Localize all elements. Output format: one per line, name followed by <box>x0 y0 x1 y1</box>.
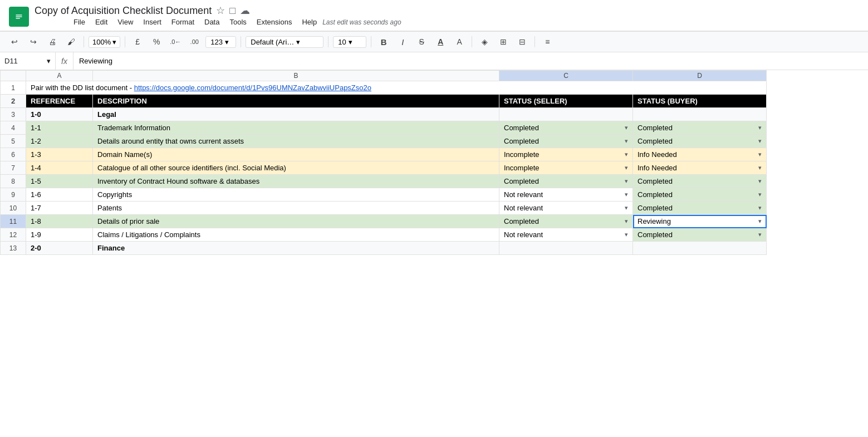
cell-buyer-3 <box>633 108 767 121</box>
cell-desc-5[interactable]: Details around entity that owns current … <box>93 135 499 148</box>
cell-ref-4[interactable]: 1-1 <box>26 121 93 135</box>
cell-seller-4[interactable]: Completed▾ <box>499 121 633 135</box>
percent-button[interactable]: % <box>149 34 164 50</box>
star-icon[interactable]: ☆ <box>216 4 225 17</box>
cell-desc-6[interactable]: Domain Name(s) <box>93 148 499 161</box>
sheet-container[interactable]: A B C D 1 Pair with the DD list document… <box>0 70 868 429</box>
cell-desc-header[interactable]: DESCRIPTION <box>93 95 499 108</box>
cell-seller-10[interactable]: Not relevant▾ <box>499 202 633 215</box>
cell-buyer-10[interactable]: Completed▾ <box>633 202 767 215</box>
menu-tools[interactable]: Tools <box>225 17 251 27</box>
cell-buyer-8[interactable]: Completed▾ <box>633 175 767 188</box>
cell-ref-13[interactable]: 2-0 <box>26 242 93 255</box>
cell-buyer-5[interactable]: Completed▾ <box>633 135 767 148</box>
font-size-select[interactable]: 10 ▾ <box>333 36 366 48</box>
cell-desc-11[interactable]: Details of prior sale <box>93 215 499 228</box>
cell-seller-6[interactable]: Incomplete▾ <box>499 148 633 161</box>
cell-ref-8[interactable]: 1-5 <box>26 175 93 188</box>
col-header-c[interactable]: C <box>499 71 633 81</box>
cell-reference-box[interactable]: D11 ▾ <box>0 52 56 70</box>
strikethrough-button[interactable]: S <box>414 34 429 50</box>
cell-desc-4[interactable]: Trademark Information <box>93 121 499 135</box>
menu-extensions[interactable]: Extensions <box>252 17 297 27</box>
row-num-8: 8 <box>1 175 26 188</box>
italic-button[interactable]: I <box>395 34 410 50</box>
row-5: 51-2Details around entity that owns curr… <box>1 135 767 148</box>
font-arrow-icon: ▾ <box>296 38 300 46</box>
menu-insert[interactable]: Insert <box>139 17 166 27</box>
formula-bar: D11 ▾ fx Reviewing <box>0 52 868 70</box>
underline-button[interactable]: A <box>433 34 448 50</box>
cell-status-seller-header[interactable]: STATUS (SELLER) <box>499 95 633 108</box>
cell-ref-10[interactable]: 1-7 <box>26 202 93 215</box>
cell-desc-10[interactable]: Patents <box>93 202 499 215</box>
cell-desc-7[interactable]: Catalogue of all other source identifier… <box>93 161 499 175</box>
svg-rect-1 <box>16 14 22 15</box>
number-format-select[interactable]: 123 ▾ <box>205 36 236 48</box>
cell-desc-13[interactable]: Finance <box>93 242 499 255</box>
fx-label: fx <box>61 57 67 66</box>
cell-buyer-11[interactable]: Reviewing▾ <box>633 215 767 228</box>
menu-format[interactable]: Format <box>167 17 199 27</box>
menu-help[interactable]: Help <box>297 17 321 27</box>
redo-button[interactable]: ↪ <box>26 34 41 50</box>
cell-ref-6[interactable]: 1-3 <box>26 148 93 161</box>
row-3: 31-0Legal <box>1 108 767 121</box>
cell-buyer-6[interactable]: Info Needed▾ <box>633 148 767 161</box>
borders-button[interactable]: ⊞ <box>496 34 511 50</box>
row-num-12: 12 <box>1 228 26 242</box>
cell-ref-7[interactable]: 1-4 <box>26 161 93 175</box>
cloud-icon[interactable]: ☁ <box>240 4 250 17</box>
cell-desc-3[interactable]: Legal <box>93 108 499 121</box>
cell-buyer-7[interactable]: Info Needed▾ <box>633 161 767 175</box>
cell-a1[interactable]: Pair with the DD list document - https:/… <box>26 81 767 95</box>
cell-ref-3[interactable]: 1-0 <box>26 108 93 121</box>
pound-button[interactable]: £ <box>130 34 145 50</box>
print-button[interactable]: 🖨 <box>45 34 60 50</box>
text-color-button[interactable]: A <box>452 34 467 50</box>
cell-desc-9[interactable]: Copyrights <box>93 188 499 202</box>
cell-seller-7[interactable]: Incomplete▾ <box>499 161 633 175</box>
cell-ref-header[interactable]: REFERENCE <box>26 95 93 108</box>
folder-icon[interactable]: □ <box>229 5 236 17</box>
cell-status-buyer-header[interactable]: STATUS (BUYER) <box>633 95 767 108</box>
cell-seller-12[interactable]: Not relevant▾ <box>499 228 633 242</box>
menu-edit[interactable]: Edit <box>91 17 112 27</box>
cell-desc-12[interactable]: Claims / Litigations / Complaints <box>93 228 499 242</box>
cell-ref-5[interactable]: 1-2 <box>26 135 93 148</box>
menu-data[interactable]: Data <box>200 17 224 27</box>
cell-seller-5[interactable]: Completed▾ <box>499 135 633 148</box>
merge-cells-button[interactable]: ⊟ <box>514 34 530 50</box>
last-edit-label: Last edit was seconds ago <box>322 18 401 26</box>
cell-buyer-9[interactable]: Completed▾ <box>633 188 767 202</box>
font-select[interactable]: Default (Ari… ▾ <box>246 36 323 48</box>
col-header-b[interactable]: B <box>93 71 499 81</box>
fill-color-button[interactable]: ◈ <box>477 34 492 50</box>
app-logo <box>9 7 29 27</box>
cell-ref-12[interactable]: 1-9 <box>26 228 93 242</box>
cell-ref-11[interactable]: 1-8 <box>26 215 93 228</box>
cell-desc-8[interactable]: Inventory of Contract Hound software & d… <box>93 175 499 188</box>
col-header-d[interactable]: D <box>633 71 767 81</box>
cell-seller-9[interactable]: Not relevant▾ <box>499 188 633 202</box>
bold-button[interactable]: B <box>376 34 391 50</box>
decimal-inc-button[interactable]: .00 <box>187 34 202 50</box>
cell-ref-9[interactable]: 1-6 <box>26 188 93 202</box>
sheet-body: 1 Pair with the DD list document - https… <box>1 81 767 255</box>
align-button[interactable]: ≡ <box>540 34 555 50</box>
row-12: 121-9Claims / Litigations / ComplaintsNo… <box>1 228 767 242</box>
col-header-a[interactable]: A <box>26 71 93 81</box>
cell-buyer-12[interactable]: Completed▾ <box>633 228 767 242</box>
cell-buyer-4[interactable]: Completed▾ <box>633 121 767 135</box>
paint-format-button[interactable]: 🖌 <box>63 34 79 50</box>
menu-file[interactable]: File <box>69 17 90 27</box>
cell-seller-8[interactable]: Completed▾ <box>499 175 633 188</box>
undo-button[interactable]: ↩ <box>7 34 22 50</box>
decimal-dec-button[interactable]: .0← <box>168 34 183 50</box>
formula-content[interactable]: Reviewing <box>73 57 868 65</box>
cell-seller-11[interactable]: Completed▾ <box>499 215 633 228</box>
menu-bar: File Edit View Insert Format Data Tools … <box>35 17 410 28</box>
dd-list-link[interactable]: https://docs.google.com/document/d/1Pvs9… <box>134 84 371 92</box>
menu-view[interactable]: View <box>113 17 138 27</box>
zoom-select[interactable]: 100% ▾ <box>89 36 120 48</box>
